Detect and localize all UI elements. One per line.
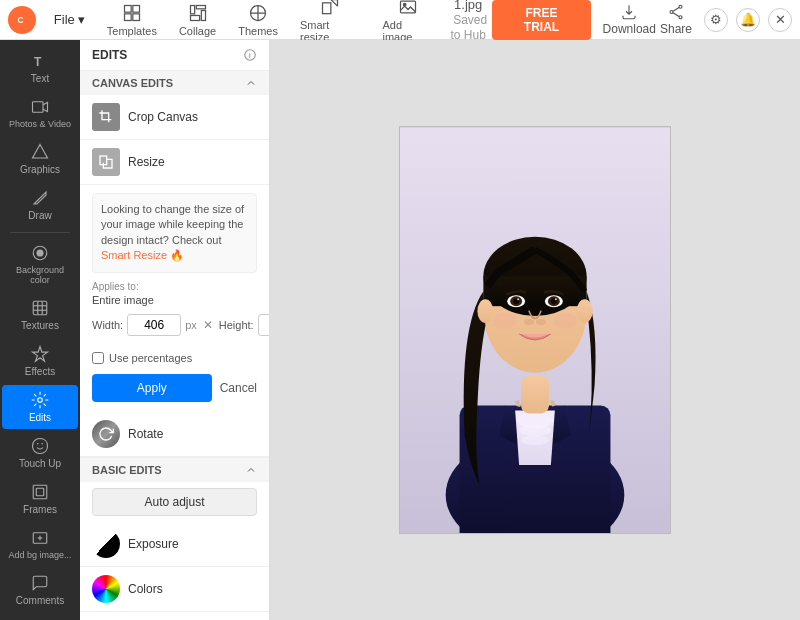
toolbar-smart-resize[interactable]: Smart resize xyxy=(290,0,370,45)
settings-icon[interactable]: ⚙ xyxy=(704,8,728,32)
edits-panel: EDITS i CANVAS EDITS Crop Canvas Resize … xyxy=(80,40,270,620)
sidebar-item-add-bg-image[interactable]: Add bg image... xyxy=(2,523,78,566)
sidebar-item-background-color[interactable]: Background color xyxy=(2,238,78,291)
svg-rect-31 xyxy=(36,488,44,496)
svg-point-15 xyxy=(670,11,673,14)
svg-rect-30 xyxy=(33,485,47,499)
applies-to-value: Entire image xyxy=(92,294,257,306)
toolbar-add-image[interactable]: Add image xyxy=(372,0,444,45)
dimension-row: Width: px ✕ Height: px xyxy=(92,314,257,336)
canvas-area xyxy=(270,40,800,620)
collapse-basic-icon[interactable] xyxy=(245,464,257,476)
portrait-svg xyxy=(400,126,670,534)
svg-rect-12 xyxy=(401,1,416,13)
auto-adjust-button[interactable]: Auto adjust xyxy=(92,488,257,516)
main-area: T Text Photos & Video Graphics Draw Back… xyxy=(0,40,800,620)
resize-info-section: Looking to change the size of your image… xyxy=(80,185,269,352)
cancel-button[interactable]: Cancel xyxy=(220,381,257,395)
svg-rect-2 xyxy=(124,5,131,12)
download-button[interactable]: Download xyxy=(603,3,656,36)
toolbar-themes[interactable]: Themes xyxy=(228,1,288,39)
svg-point-14 xyxy=(679,5,682,8)
applies-to-label: Applies to: xyxy=(92,281,257,292)
app-logo[interactable]: C xyxy=(8,6,36,34)
svg-point-61 xyxy=(536,319,546,325)
colors-item[interactable]: Colors xyxy=(80,567,269,612)
svg-rect-22 xyxy=(33,301,47,315)
resize-item[interactable]: Resize xyxy=(80,140,269,185)
canvas-image xyxy=(399,126,671,534)
exposure-item[interactable]: Exposure xyxy=(80,522,269,567)
svg-point-16 xyxy=(679,16,682,19)
width-input[interactable] xyxy=(127,314,181,336)
sidebar-item-comments[interactable]: Comments xyxy=(2,568,78,612)
crop-canvas-icon xyxy=(92,103,120,131)
svg-rect-5 xyxy=(133,13,140,20)
exposure-icon xyxy=(92,530,120,558)
use-percentages-row: Use percentages xyxy=(80,352,269,364)
download-share-group: Download Share xyxy=(603,3,692,36)
toolbar-templates[interactable]: Templates xyxy=(97,1,167,39)
svg-text:i: i xyxy=(249,52,251,59)
apply-button[interactable]: Apply xyxy=(92,374,212,402)
svg-point-65 xyxy=(577,299,593,323)
sidebar-item-effects[interactable]: Effects xyxy=(2,339,78,383)
panel-header: EDITS i xyxy=(80,40,269,70)
sidebar-item-touch-up[interactable]: Touch Up xyxy=(2,431,78,475)
sharpen-item[interactable]: Sharpen xyxy=(80,612,269,620)
sidebar-item-graphics[interactable]: Graphics xyxy=(2,137,78,181)
resize-icon xyxy=(92,148,120,176)
sidebar-item-edits[interactable]: Edits xyxy=(2,385,78,429)
svg-text:C: C xyxy=(17,16,23,25)
use-percentages-label: Use percentages xyxy=(109,352,192,364)
smart-resize-link[interactable]: Smart Resize 🔥 xyxy=(101,249,184,261)
sidebar-item-textures[interactable]: Textures xyxy=(2,293,78,337)
svg-point-21 xyxy=(37,250,43,256)
svg-point-27 xyxy=(38,398,43,403)
svg-rect-6 xyxy=(190,5,194,13)
notification-icon[interactable]: 🔔 xyxy=(736,8,760,32)
apply-cancel-row: Apply Cancel xyxy=(80,374,269,402)
svg-marker-19 xyxy=(33,145,48,159)
svg-rect-51 xyxy=(483,276,586,306)
sidebar-item-frames[interactable]: Frames xyxy=(2,477,78,521)
svg-text:T: T xyxy=(34,55,42,69)
svg-rect-8 xyxy=(190,15,199,20)
resize-info-box: Looking to change the size of your image… xyxy=(92,193,257,273)
svg-point-46 xyxy=(521,435,549,445)
sidebar-item-photos-video[interactable]: Photos & Video xyxy=(2,92,78,135)
left-sidebar: T Text Photos & Video Graphics Draw Back… xyxy=(0,40,80,620)
sidebar-divider-1 xyxy=(10,232,70,233)
svg-rect-48 xyxy=(521,376,549,414)
close-icon[interactable]: ✕ xyxy=(768,8,792,32)
info-icon[interactable]: i xyxy=(243,48,257,62)
svg-rect-18 xyxy=(33,102,44,113)
sidebar-item-draw[interactable]: Draw xyxy=(2,183,78,227)
rotate-icon xyxy=(92,420,120,448)
svg-point-62 xyxy=(492,313,516,329)
crop-canvas-item[interactable]: Crop Canvas xyxy=(80,95,269,140)
svg-rect-9 xyxy=(201,10,205,20)
canvas-edits-section-header: CANVAS EDITS xyxy=(80,70,269,95)
basic-edits-section-header: BASIC EDITS xyxy=(80,457,269,482)
use-percentages-checkbox[interactable] xyxy=(92,352,104,364)
svg-rect-7 xyxy=(196,5,205,8)
svg-point-55 xyxy=(517,298,519,300)
share-button[interactable]: Share xyxy=(660,3,692,36)
top-right-icons: ⚙ 🔔 ✕ xyxy=(704,8,792,32)
collapse-canvas-icon[interactable] xyxy=(245,77,257,89)
height-input[interactable] xyxy=(258,314,270,336)
file-menu[interactable]: File ▾ xyxy=(46,8,93,31)
sidebar-item-text[interactable]: T Text xyxy=(2,46,78,90)
svg-point-60 xyxy=(524,319,534,325)
svg-point-45 xyxy=(519,424,551,436)
free-trial-button[interactable]: FREE TRIAL xyxy=(492,0,590,40)
svg-point-13 xyxy=(404,3,407,6)
svg-point-59 xyxy=(555,298,557,300)
svg-rect-3 xyxy=(133,5,140,12)
toolbar-icons: Templates Collage Themes Smart resize Ad… xyxy=(97,0,444,45)
toolbar-collage[interactable]: Collage xyxy=(169,1,226,39)
auto-adjust-container: Auto adjust xyxy=(80,482,269,522)
rotate-item[interactable]: Rotate xyxy=(80,412,269,457)
colors-icon xyxy=(92,575,120,603)
